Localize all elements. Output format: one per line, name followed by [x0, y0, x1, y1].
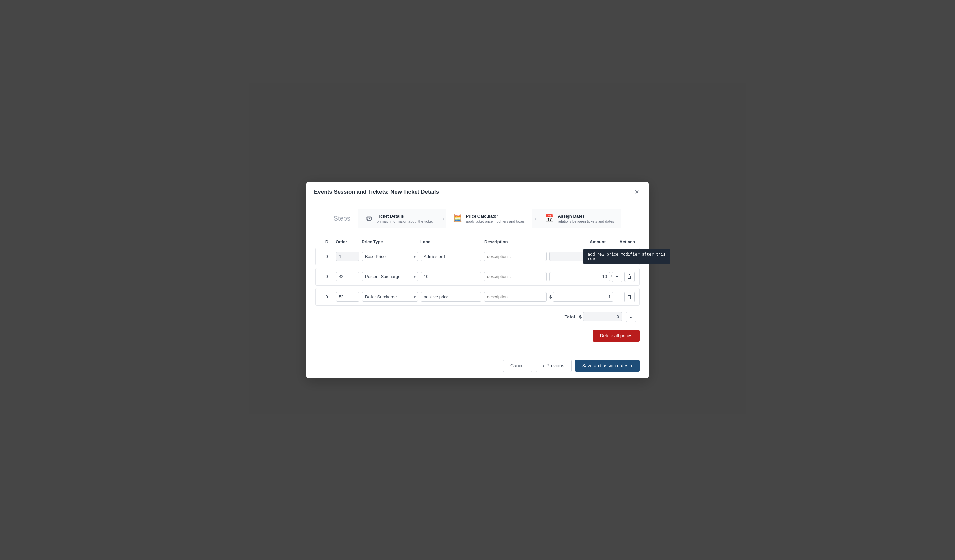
row3-amount-cell: $: [548, 292, 607, 301]
step3-text: Assign Dates relations between tickets a…: [558, 214, 614, 223]
row2-add-button[interactable]: +: [612, 271, 622, 282]
row1-actions-cell: +: [607, 251, 636, 262]
row2-order-cell: [335, 272, 361, 281]
step2-title: Price Calculator: [466, 214, 524, 219]
row3-order-cell: [335, 292, 361, 301]
step1-text: Ticket Details primary information about…: [377, 214, 433, 223]
total-calc-button[interactable]: ⌄: [626, 312, 636, 322]
total-row: Total $ ⌄: [315, 308, 640, 325]
row1-add-button[interactable]: +: [624, 251, 635, 262]
row3-order-input[interactable]: [336, 292, 359, 301]
steps-track: 🎟 Ticket Details primary information abo…: [358, 209, 622, 228]
row1-id: 0: [319, 254, 335, 259]
row1-label-input[interactable]: [421, 252, 481, 261]
row3-price-type-select[interactable]: Base Price Percent Surcharge Dollar Surc…: [362, 292, 418, 301]
col-header-label: Label: [419, 239, 483, 244]
step-ticket-details[interactable]: 🎟 Ticket Details primary information abo…: [358, 209, 440, 228]
chevron-left-icon: ‹: [543, 363, 545, 368]
modal-footer: Cancel ‹ Previous Save and assign dates …: [306, 355, 649, 378]
previous-button[interactable]: ‹ Previous: [535, 360, 572, 372]
modal-dialog: Events Session and Tickets: New Ticket D…: [306, 182, 649, 378]
row3-add-button[interactable]: +: [612, 292, 622, 302]
total-label: Total: [565, 314, 575, 320]
table-row: 0 Base Price Percent Surcharge Dollar Su…: [315, 288, 640, 306]
row3-label-input[interactable]: [421, 292, 481, 301]
row3-id: 0: [319, 294, 335, 299]
save-assign-dates-button[interactable]: Save and assign dates ›: [575, 360, 640, 371]
row2-amount-input[interactable]: [549, 272, 610, 281]
step-price-calculator[interactable]: 🧮 Price Calculator apply ticket price mo…: [446, 209, 532, 228]
step-assign-dates[interactable]: 📅 Assign Dates relations between tickets…: [538, 209, 622, 228]
step2-text: Price Calculator apply ticket price modi…: [466, 214, 524, 223]
row1-desc-cell: [483, 252, 548, 261]
previous-label: Previous: [546, 363, 564, 368]
chevron-right-icon: ›: [631, 363, 632, 368]
step-arrow-2: ›: [532, 209, 538, 228]
col-header-actions: Actions: [607, 239, 636, 244]
row3-price-type-wrapper: Base Price Percent Surcharge Dollar Surc…: [362, 292, 418, 301]
row2-label-cell: [420, 272, 483, 281]
row3-actions-cell: + 🗑: [607, 292, 636, 302]
step1-title: Ticket Details: [377, 214, 433, 219]
step2-desc: apply ticket price modifiers and taxes: [466, 219, 524, 223]
row1-amount-input[interactable]: [549, 252, 610, 261]
delete-all-button[interactable]: Delete all prices: [593, 330, 640, 342]
calculator-icon: 🧮: [453, 214, 462, 223]
row1-price-type-select[interactable]: Base Price Percent Surcharge Dollar Surc…: [362, 252, 418, 261]
row3-desc-cell: [483, 292, 548, 301]
col-header-description: Description: [483, 239, 548, 244]
calendar-icon: 📅: [545, 214, 554, 223]
modal-body: Steps 🎟 Ticket Details primary informati…: [306, 201, 649, 355]
row3-label-cell: [420, 292, 483, 301]
table-header-row: ID Order Price Type Label Description Am…: [315, 237, 640, 246]
row2-delete-button[interactable]: 🗑: [624, 271, 635, 282]
cancel-button[interactable]: Cancel: [503, 360, 532, 372]
total-amount-area: $: [579, 312, 622, 321]
step-arrow-1: ›: [440, 209, 446, 228]
steps-label: Steps: [333, 215, 350, 222]
row1-desc-input[interactable]: [484, 252, 546, 261]
col-header-price-type: Price Type: [360, 239, 419, 244]
row1-order-input[interactable]: [336, 252, 359, 261]
modal-title: Events Session and Tickets: New Ticket D…: [314, 189, 439, 195]
total-prefix: $: [579, 314, 582, 320]
step1-desc: primary information about the ticket: [377, 219, 433, 223]
row1-label-cell: [420, 252, 483, 261]
row3-price-type-cell: Base Price Percent Surcharge Dollar Surc…: [361, 292, 420, 301]
row2-label-input[interactable]: [421, 272, 481, 281]
row3-desc-input[interactable]: [484, 292, 546, 301]
row2-id: 0: [319, 274, 335, 279]
row2-amount-cell: %: [548, 272, 607, 281]
col-header-id: ID: [319, 239, 334, 244]
row1-amount-cell: [548, 252, 607, 261]
delete-all-area: Delete all prices: [315, 330, 640, 342]
table-row: 0 Base Price Percent Surcharge Dollar Su…: [315, 268, 640, 285]
save-label: Save and assign dates: [582, 363, 628, 368]
row1-price-type-wrapper: Base Price Percent Surcharge Dollar Surc…: [362, 252, 418, 261]
row2-price-type-cell: Base Price Percent Surcharge Dollar Surc…: [361, 272, 420, 281]
row3-delete-button[interactable]: 🗑: [624, 292, 635, 302]
price-table: ID Order Price Type Label Description Am…: [315, 237, 640, 325]
row2-actions-cell: + 🗑: [607, 271, 636, 282]
row2-order-input[interactable]: [336, 272, 359, 281]
row3-amount-prefix: $: [549, 294, 551, 299]
close-button[interactable]: ×: [633, 188, 641, 196]
row1-order-cell: [335, 252, 361, 261]
row2-price-type-wrapper: Base Price Percent Surcharge Dollar Surc…: [362, 272, 418, 281]
table-row: 0 Base Price Percent Surcharge Dollar Su…: [315, 248, 640, 265]
row2-price-type-select[interactable]: Base Price Percent Surcharge Dollar Surc…: [362, 272, 418, 281]
row2-desc-cell: [483, 272, 548, 281]
step3-title: Assign Dates: [558, 214, 614, 219]
row3-amount-input[interactable]: [553, 292, 614, 301]
row2-desc-input[interactable]: [484, 272, 546, 281]
col-header-amount: Amount: [548, 239, 607, 244]
col-header-order: Order: [334, 239, 360, 244]
modal-overlay: Events Session and Tickets: New Ticket D…: [0, 0, 955, 560]
modal-header: Events Session and Tickets: New Ticket D…: [306, 182, 649, 201]
row1-price-type-cell: Base Price Percent Surcharge Dollar Surc…: [361, 252, 420, 261]
step3-desc: relations between tickets and dates: [558, 219, 614, 223]
total-amount-input: [583, 312, 622, 321]
ticket-icon: 🎟: [366, 214, 373, 223]
steps-area: Steps 🎟 Ticket Details primary informati…: [315, 209, 640, 228]
